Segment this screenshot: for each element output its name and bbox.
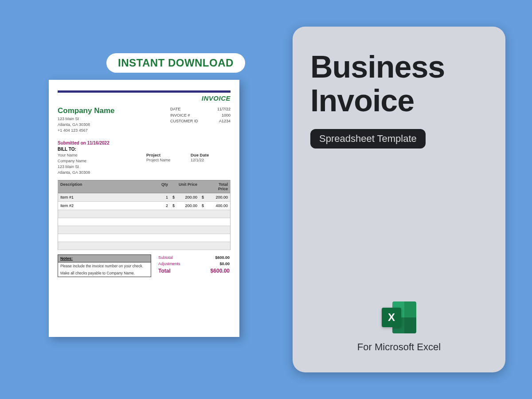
company-name: Company Name bbox=[58, 106, 170, 115]
table-row-empty bbox=[58, 234, 230, 242]
adjustments-label: Adjustments bbox=[158, 262, 180, 266]
project-label: Project bbox=[146, 153, 191, 157]
company-addr2: Atlanta, GA 30308 bbox=[58, 122, 170, 128]
billto-name: Your Name bbox=[58, 153, 146, 158]
col-total-price: Total Price bbox=[206, 180, 230, 193]
item-qty: 1 bbox=[155, 193, 170, 201]
invoice-top-rule bbox=[58, 90, 231, 93]
table-row-empty bbox=[58, 242, 230, 250]
meta-invno-label: INVOICE # bbox=[170, 113, 201, 119]
invoice-heading: INVOICE bbox=[58, 94, 231, 102]
subtotal-value: $600.00 bbox=[203, 255, 230, 260]
invoice-lower: Notes: Please include the invoice number… bbox=[58, 254, 231, 277]
company-block: Company Name 123 Main St Atlanta, GA 303… bbox=[58, 106, 170, 133]
billto-addr2: Atlanta, GA 30308 bbox=[58, 170, 146, 176]
meta-cust-value: A1234 bbox=[210, 118, 231, 125]
template-chip: Spreadsheet Template bbox=[310, 129, 426, 149]
bill-to-label: BILL TO: bbox=[58, 147, 231, 152]
item-cur2: $ bbox=[200, 202, 206, 210]
totals-block: Subtotal $600.00 Adjustments $0.00 Total… bbox=[157, 254, 231, 277]
col-spacer2 bbox=[200, 180, 206, 193]
subtotal-label: Subtotal bbox=[158, 255, 173, 260]
col-qty: Qty bbox=[155, 180, 170, 193]
instant-download-badge: INSTANT DOWNLOAD bbox=[106, 53, 245, 73]
meta-date-label: DATE bbox=[170, 106, 201, 113]
item-cur2: $ bbox=[200, 193, 206, 201]
item-desc: Item #2 bbox=[58, 202, 155, 210]
promo-panel: Business Invoice Spreadsheet Template X … bbox=[293, 27, 505, 372]
notes-line-1: Please include the invoice number on you… bbox=[58, 262, 151, 270]
item-unit: 200.00 bbox=[176, 202, 200, 210]
due-date-value: 12/1/22 bbox=[191, 157, 231, 163]
table-row-empty bbox=[58, 226, 230, 234]
invoice-header-row: Company Name 123 Main St Atlanta, GA 303… bbox=[58, 106, 231, 133]
item-cur: $ bbox=[170, 202, 176, 210]
adjustments-value: $0.00 bbox=[203, 262, 230, 266]
total-value: $600.00 bbox=[203, 268, 230, 274]
invoice-preview: INVOICE Company Name 123 Main St Atlanta… bbox=[49, 80, 239, 337]
col-spacer1 bbox=[170, 180, 176, 193]
line-items-table: Description Qty Unit Price Total Price I… bbox=[58, 180, 231, 250]
billto-company: Company Name bbox=[58, 158, 146, 164]
table-row-empty bbox=[58, 218, 230, 226]
bill-to-block: Your Name Company Name 123 Main St Atlan… bbox=[58, 153, 231, 176]
col-unit-price: Unit Price bbox=[176, 180, 200, 193]
total-label: Total bbox=[158, 268, 171, 274]
due-date-label: Due Date bbox=[191, 153, 231, 157]
project-value: Project Name bbox=[146, 157, 191, 163]
for-microsoft-excel: For Microsoft Excel bbox=[357, 341, 441, 353]
item-unit: 200.00 bbox=[176, 193, 200, 201]
table-row: Item #2 2 $ 200.00 $ 400.00 bbox=[58, 202, 230, 210]
item-desc: Item #1 bbox=[58, 193, 155, 201]
meta-invno-value: 1000 bbox=[210, 113, 231, 119]
excel-icon: X bbox=[382, 301, 416, 333]
meta-date-value: 11/7/22 bbox=[210, 106, 231, 113]
notes-box: Notes: Please include the invoice number… bbox=[58, 254, 151, 277]
company-addr1: 123 Main St bbox=[58, 116, 170, 122]
notes-label: Notes: bbox=[58, 255, 151, 262]
notes-line-2: Make all checks payable to Company Name. bbox=[58, 270, 151, 277]
panel-title-line2: Invoice bbox=[310, 84, 488, 118]
panel-title-line1: Business bbox=[310, 51, 488, 84]
excel-branding: X For Microsoft Excel bbox=[310, 301, 488, 353]
invoice-meta: DATE 11/7/22 INVOICE # 1000 CUSTOMER ID … bbox=[170, 106, 231, 133]
item-total: 200.00 bbox=[206, 193, 230, 201]
excel-x-letter: X bbox=[382, 308, 401, 327]
billto-addr1: 123 Main St bbox=[58, 164, 146, 170]
item-qty: 2 bbox=[155, 202, 170, 210]
company-phone: +1 404 123 4567 bbox=[58, 128, 170, 133]
table-row: Item #1 1 $ 200.00 $ 200.00 bbox=[58, 193, 230, 202]
meta-cust-label: CUSTOMER ID bbox=[170, 118, 201, 125]
item-cur: $ bbox=[170, 193, 176, 201]
item-total: 400.00 bbox=[206, 202, 230, 210]
table-row-empty bbox=[58, 210, 230, 218]
submitted-on: Submitted on 11/16/2022 bbox=[58, 141, 231, 145]
col-description: Description bbox=[58, 180, 155, 193]
